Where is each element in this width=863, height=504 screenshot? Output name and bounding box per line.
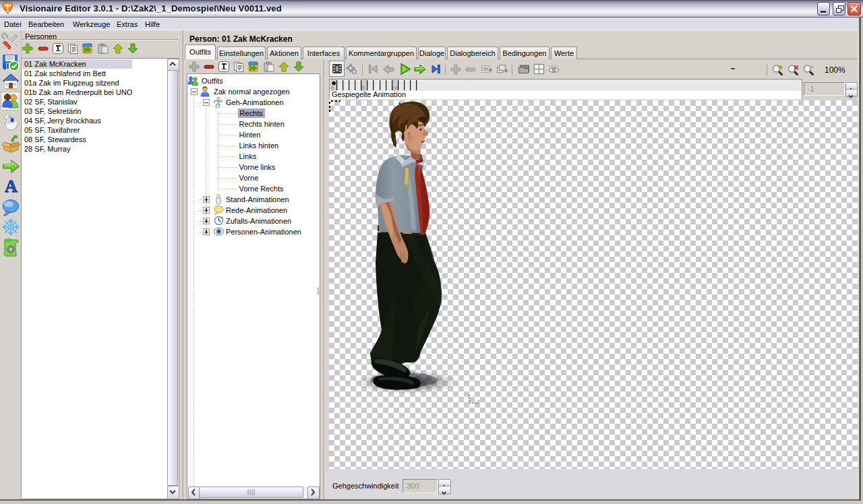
svg-text:A: A	[5, 178, 18, 195]
